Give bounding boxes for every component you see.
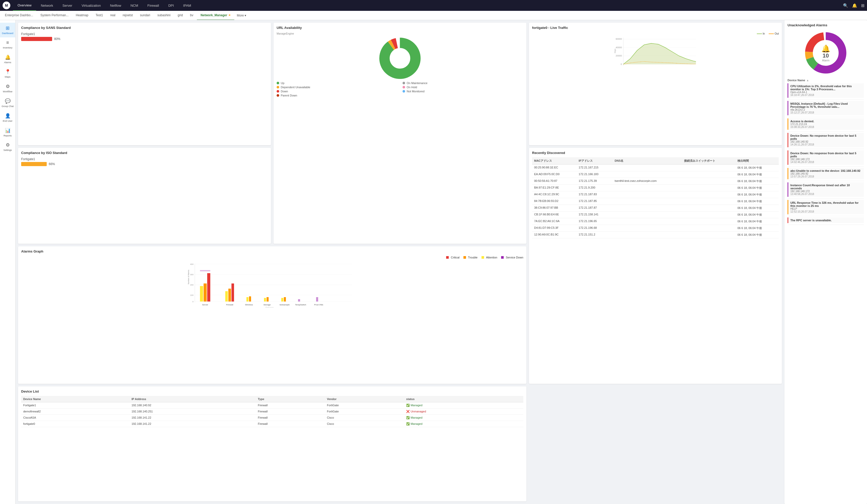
top-nav-item-overview[interactable]: Overview [13, 0, 36, 11]
device-list-card: Device List Device NameIP AddressTypeVen… [18, 386, 526, 501]
top-nav-item-ipam[interactable]: IPAM [179, 0, 196, 11]
tab-system-performan---[interactable]: System Performan... [36, 11, 72, 20]
recently-row: 12:90:A9:0C:B1:9C 172.21.151.2 06 6 18, … [532, 231, 779, 238]
recently-time: 06 6 18, 06:04 午後 [736, 191, 779, 198]
alarms-legend-square [463, 256, 466, 259]
recently-time: 06 6 18, 06:04 午後 [736, 211, 779, 218]
recently-row: 00:25:90:88:1E:EC 172.21.167.215 06 6 18… [532, 164, 779, 171]
device-col-header: status [404, 396, 523, 402]
sidebar-item-maps[interactable]: 📍Maps [0, 66, 15, 81]
compliance-sans-item: Fortigate1 80% [21, 32, 268, 41]
device-col-header: Device Name [21, 396, 129, 402]
alarm-entry[interactable]: CPU Utilization is 2%, threshold value f… [788, 83, 864, 98]
alarm-entry[interactable]: MSSQL Instance [Default] - Log Files Use… [788, 101, 864, 115]
notification-icon[interactable]: 🔔 [852, 3, 857, 8]
svg-point-0 [385, 43, 416, 74]
alarm-separator [788, 99, 864, 100]
sidebar-item-inventory[interactable]: ≡Inventory [0, 37, 15, 52]
recently-row: BA:97:E1:29:CF:8E 172.21.9.200 06 6 18, … [532, 184, 779, 191]
layout-icon[interactable]: ⊞ [861, 3, 864, 8]
sort-icon[interactable]: ▲ [806, 79, 809, 82]
top-nav-item-netflow[interactable]: Netflow [105, 0, 126, 11]
alarms-graph-card: Alarms Graph CriticalTroubleAttentionSer… [18, 246, 526, 384]
recently-dns [612, 171, 682, 178]
alarm-separator [788, 149, 864, 149]
recently-ip: 172.21.175.39 [577, 178, 612, 184]
recently-switch [682, 178, 736, 184]
alarm-entry[interactable]: The RPC server is unavailable. [788, 217, 864, 223]
recently-ip: 172.21.196.65 [577, 218, 612, 224]
sidebar-item-alarms[interactable]: 🔔Alarms [0, 52, 15, 67]
svg-rect-30 [225, 291, 228, 302]
recently-switch [682, 224, 736, 231]
tab-more[interactable]: More ▾ [234, 14, 249, 17]
svg-text:200: 200 [190, 284, 194, 286]
alarm-entry[interactable]: URL Response Time is 326 ms, threshold v… [788, 200, 864, 214]
top-nav-item-network[interactable]: Network [36, 0, 58, 11]
sidebar-item-dashboard[interactable]: ⊞Dashboard [0, 23, 15, 37]
status-managed: ✅ Managed [406, 416, 422, 419]
device-vendor-cell: Cisco [325, 415, 404, 421]
device-type-cell: Firewall [256, 402, 325, 408]
compliance-iso-bar [21, 162, 47, 166]
alarm-time: 15:12:27,26.07.2018 [790, 111, 862, 114]
sidebar-item-end-user[interactable]: 👤End User [0, 110, 15, 125]
alarm-entry[interactable]: abc:Unable to connect to the device: 192… [788, 168, 864, 179]
tab-grid[interactable]: grid [174, 11, 186, 20]
tab-heatmap[interactable]: Heatmap [72, 11, 92, 20]
recently-row: D4:81:D7:99:C5:3F 172.21.196.68 06 6 18,… [532, 224, 779, 231]
top-nav-right: 🔍 🔔 ⊞ [843, 3, 864, 8]
sidebar-item-group-chat[interactable]: 💬Group Chat [0, 96, 15, 110]
sidebar-item-reports[interactable]: 📊Reports [0, 125, 15, 140]
tab-network-manager[interactable]: Network_Manager★ [197, 11, 234, 20]
top-nav-item-virtualization[interactable]: Virtualization [77, 0, 105, 11]
recently-switch [682, 205, 736, 211]
device-status-cell: ✅ Managed [404, 415, 523, 421]
sidebar-item-settings[interactable]: ⚙Settings [0, 140, 15, 154]
alarm-separator [788, 198, 864, 199]
alarm-entry[interactable]: Instance Count:Response timed out after … [788, 182, 864, 197]
top-nav-items: OverviewNetworkServerVirtualizationNetfl… [13, 0, 843, 11]
svg-rect-28 [207, 273, 210, 302]
alarm-time: 13:57:29,26.07.2018 [790, 175, 862, 178]
alarm-message: URL Response Time is 326 ms, threshold v… [790, 201, 862, 207]
alarm-separator [788, 181, 864, 181]
alarm-device: 192.168.140.172 [790, 158, 862, 161]
svg-text:Category: Category [266, 306, 274, 307]
tab-test1[interactable]: Test1 [92, 11, 107, 20]
alarm-entry[interactable]: Device Down: No response from device for… [788, 150, 864, 165]
svg-text:0: 0 [193, 300, 194, 303]
svg-text:Server: Server [202, 304, 208, 306]
sidebar-item-workflow[interactable]: ⚙Workflow [0, 81, 15, 96]
tab-subashini[interactable]: subashini [154, 11, 174, 20]
recently-switch [682, 231, 736, 238]
alarm-entry[interactable]: Access is denied. 172.21.213.24 15:08:33… [788, 118, 864, 130]
alarm-time: 12:52:10,26.07.2018 [790, 210, 862, 213]
alarm-entry[interactable]: Device Down: No response from device for… [788, 133, 864, 147]
alarms-legend-item: Service Down [501, 256, 523, 259]
recently-mac: CB:1F:66:B0:E4:6E [532, 211, 577, 218]
recently-mac: 38:C9:86:07:97:BB [532, 205, 577, 211]
recently-time: 06 6 18, 06:04 午後 [736, 171, 779, 178]
tab-rejoetst[interactable]: rejoetst [119, 11, 136, 20]
top-nav-item-ncm[interactable]: NCM [126, 0, 143, 11]
app-logo: M [3, 2, 10, 9]
end user-icon: 👤 [5, 113, 11, 119]
top-nav-item-dpi[interactable]: DPI [164, 0, 179, 11]
device-ip-cell: 192.168.141.22 [129, 421, 256, 427]
svg-rect-40 [316, 297, 318, 302]
tab-real[interactable]: real [107, 11, 119, 20]
alarm-message: Device Down: No response from device for… [790, 152, 862, 158]
recently-dns [612, 231, 682, 238]
svg-text:Prod VMs: Prod VMs [314, 304, 323, 306]
tab-sundari[interactable]: sundari [137, 11, 154, 20]
tab-enterprise-dashbo---[interactable]: Enterprise Dashbo... [1, 11, 36, 20]
device-type-cell: Firewall [256, 415, 325, 421]
search-icon[interactable]: 🔍 [843, 3, 848, 8]
recently-discovered-card: Recently Discovered MACアドレスIPアドレスDNS名接続済… [529, 148, 782, 384]
alarm-time: 14:02:46,26.07.2018 [790, 161, 862, 164]
top-nav-item-firewall[interactable]: Firewall [143, 0, 164, 11]
tab-bv[interactable]: bv [186, 11, 197, 20]
reports-icon: 📊 [5, 128, 11, 133]
top-nav-item-server[interactable]: Server [58, 0, 77, 11]
